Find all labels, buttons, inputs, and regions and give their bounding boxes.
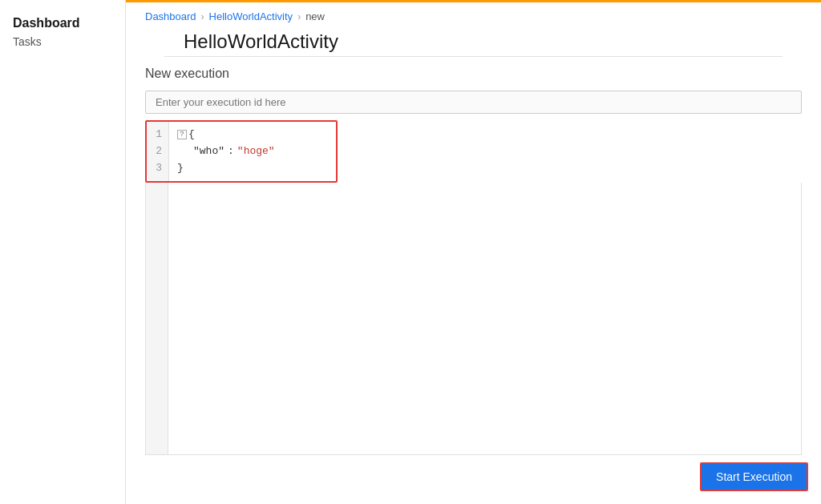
execution-id-input[interactable] [145, 91, 802, 114]
page-title: HelloWorldActivity [164, 27, 783, 57]
editor-main[interactable] [168, 183, 801, 454]
sidebar-item-tasks[interactable]: Tasks [0, 34, 125, 54]
section-subtitle: New execution [126, 57, 821, 91]
sidebar: Dashboard Tasks [0, 0, 126, 504]
breadcrumb-separator-1: › [201, 11, 204, 22]
breadcrumb-current: new [305, 10, 325, 22]
line-numbers: 1 2 3 [147, 122, 169, 181]
sidebar-brand[interactable]: Dashboard [0, 10, 125, 34]
code-line-1: ?{ [177, 127, 328, 143]
open-brace: { [188, 127, 195, 143]
breadcrumb: Dashboard › HelloWorldActivity › new [126, 2, 821, 27]
breadcrumb-dashboard[interactable]: Dashboard [145, 10, 196, 22]
breadcrumb-separator-2: › [297, 11, 301, 22]
line-number-3: 3 [153, 160, 162, 177]
code-key: "who" [193, 143, 224, 160]
code-value: "hoge" [237, 143, 275, 160]
close-brace: } [177, 160, 184, 177]
code-colon: : [228, 143, 234, 160]
collapse-icon[interactable]: ? [177, 130, 187, 139]
line-number-1: 1 [153, 127, 162, 143]
bottom-row: Start Execution [700, 462, 808, 491]
code-editor[interactable]: 1 2 3 ?{ "who" : "hoge" } [145, 120, 338, 183]
start-execution-button[interactable]: Start Execution [700, 462, 808, 491]
editor-gutter [146, 183, 168, 454]
code-content[interactable]: ?{ "who" : "hoge" } [169, 122, 336, 181]
line-number-2: 2 [153, 143, 162, 160]
editor-area [145, 183, 802, 455]
code-line-2: "who" : "hoge" [177, 143, 328, 160]
main-content: Dashboard › HelloWorldActivity › new Hel… [126, 0, 821, 504]
breadcrumb-activity[interactable]: HelloWorldActivity [209, 10, 293, 22]
code-line-3: } [177, 160, 328, 177]
